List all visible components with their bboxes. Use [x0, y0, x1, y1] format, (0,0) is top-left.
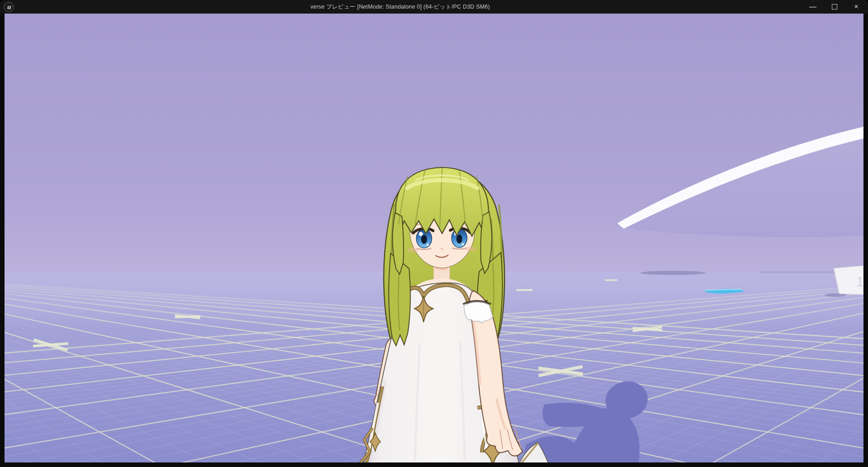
minimize-button[interactable]: —: [802, 0, 824, 14]
title-bar[interactable]: u verse プレビュー [NetMode: Standalone 0] (6…: [0, 0, 868, 14]
grid-cross: [517, 290, 533, 290]
ue-preview-window: u verse プレビュー [NetMode: Standalone 0] (6…: [0, 0, 868, 467]
game-viewport[interactable]: 1: [0, 14, 868, 467]
grid-cross: [605, 280, 618, 281]
game-scene: 1: [5, 14, 863, 462]
window-title: verse プレビュー [NetMode: Standalone 0] (64-…: [18, 3, 782, 11]
window-controls: — ×: [802, 0, 867, 14]
cube-label: 1: [856, 274, 863, 289]
close-icon: ×: [854, 3, 858, 10]
grid-cross: [175, 316, 200, 318]
unreal-logo-icon: u: [4, 2, 14, 12]
horizon-shadow-smudge: [641, 271, 706, 275]
close-button[interactable]: ×: [845, 0, 867, 14]
maximize-button[interactable]: [824, 0, 845, 14]
minimize-icon: —: [809, 3, 816, 10]
maximize-icon: [832, 4, 837, 10]
